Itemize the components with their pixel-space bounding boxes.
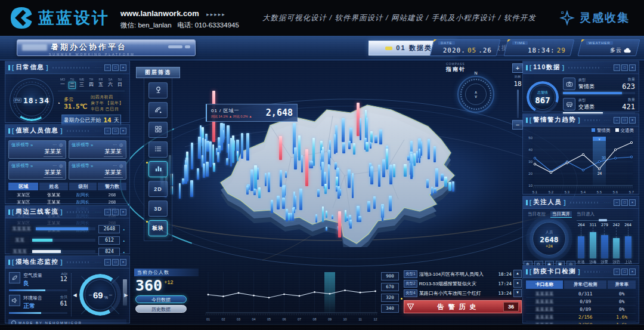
- expand-icon[interactable]: □: [112, 259, 119, 266]
- more-options-icon[interactable]: ⋯ ◎: [113, 164, 123, 168]
- expand-icon[interactable]: □: [112, 64, 119, 71]
- layer-btn-data-grid[interactable]: [148, 122, 168, 138]
- minimize-icon[interactable]: –: [614, 199, 620, 206]
- expand-icon[interactable]: □: [621, 64, 628, 71]
- weekday-cell[interactable]: TH四: [86, 78, 96, 89]
- layer-btn-pin[interactable]: [148, 82, 168, 98]
- alert-history-banner[interactable]: 告警历史 36: [404, 300, 522, 313]
- duty-leader-card[interactable]: 值班领导»⋯ ◎某某某: [8, 161, 66, 180]
- lunar-calendar: 闰四月初四 庚子年 【鼠年】 辛巳月 己巳日: [91, 94, 125, 112]
- minimize-icon[interactable]: –: [104, 259, 111, 266]
- duty-leader-card[interactable]: 值班领导»⋯ ◎某某某: [69, 161, 126, 180]
- collect-button[interactable]: 灵感收集: [559, 10, 630, 26]
- minimize-icon[interactable]: –: [614, 269, 620, 275]
- panel-controls: ····–□×: [604, 269, 636, 275]
- brand-url[interactable]: www.lanlanwork.com: [120, 9, 199, 18]
- brand-logo[interactable]: 蓝蓝设计: [10, 6, 110, 30]
- layer-btn-bar-chart[interactable]: [148, 161, 168, 177]
- speaker-icon: [9, 295, 20, 306]
- lunar-line: 辛巳月 己巳日: [91, 106, 123, 112]
- office-btn-today[interactable]: 今日数据: [135, 295, 187, 303]
- more-options-icon[interactable]: ⋯ ◎: [52, 164, 63, 168]
- card-top: 值班领导»⋯ ◎: [72, 142, 123, 148]
- flow-label: 某某: [10, 236, 29, 244]
- date-month: 05: [467, 47, 476, 54]
- alert-dot-icon[interactable]: ●: [513, 279, 522, 288]
- layer-btn-list[interactable]: [148, 141, 168, 158]
- minimize-icon[interactable]: –: [614, 117, 620, 124]
- close-icon[interactable]: ×: [629, 117, 636, 124]
- expand-icon[interactable]: □: [112, 209, 119, 215]
- weekday-cell[interactable]: TU二: [67, 78, 77, 89]
- duty-table-row[interactable]: 某某区张某某副局长268: [8, 192, 126, 199]
- minimize-icon[interactable]: –: [104, 209, 111, 215]
- alert-down-icon[interactable]: ▼: [513, 289, 522, 297]
- duty-leader-card[interactable]: 值班领导»⋯ ◎某某某: [8, 140, 66, 159]
- panel-dots: ····: [604, 270, 611, 273]
- minimize-icon[interactable]: –: [614, 64, 620, 71]
- zoom-out-button[interactable]: −: [512, 120, 523, 129]
- duty-table-header: 区域姓名级别警力数: [8, 183, 126, 190]
- map-3d[interactable]: [148, 80, 494, 247]
- panel-daily-info: [日常信息]····–□× PM 18:34 MO一TU二WE三TH四FR五SA…: [5, 61, 130, 123]
- layer-btn-blocks[interactable]: 板块: [148, 220, 168, 236]
- alert-row[interactable]: 类型1湿地3-104片区有不明人员闯入18:24▲: [404, 269, 522, 279]
- checkpoint-row[interactable]: 某某某某0/3110%: [526, 290, 636, 298]
- focus-bar-chart[interactable]: 264在逃311涉毒279涉黄242涉恐264上访: [574, 218, 635, 265]
- expand-icon[interactable]: □: [621, 117, 628, 124]
- close-icon[interactable]: ×: [120, 64, 126, 71]
- focus-tab-1[interactable]: 当日在控: [528, 211, 546, 218]
- trend-line-chart[interactable]: 5040302010∨30245.15.25.35.45.55.65.7: [527, 134, 635, 195]
- more-options-icon[interactable]: ⋯ ◎: [113, 143, 123, 147]
- weekday-cell[interactable]: WE三: [77, 78, 86, 89]
- focus-tab-3[interactable]: 当日进入: [577, 211, 595, 218]
- weekday-cell[interactable]: FR五: [96, 78, 106, 89]
- panel-title: 防疫卡口检测: [533, 267, 576, 276]
- arrow-left-icon[interactable]: ◀: [73, 292, 76, 298]
- checkpoint-row[interactable]: 某某某某2/1561.6%: [526, 314, 636, 322]
- brand-contact: www.lanlanwork.com ▸▸▸▸▸ 微信: ben_lanlan …: [120, 6, 239, 30]
- panel-checkpoint: [防疫卡口检测]····–□× 卡口名称异常/已检测异常率 某某某某0/3110…: [522, 265, 639, 323]
- office-btn-history[interactable]: 历史数据: [135, 305, 187, 313]
- bar-fill: [613, 238, 620, 258]
- close-icon[interactable]: ×: [629, 269, 636, 275]
- alarm-type-row: 类型交通类 数量421: [563, 97, 635, 115]
- duty-leader-card[interactable]: 值班领导»⋯ ◎某某某: [69, 140, 126, 159]
- duty-table-row[interactable]: 某某区王某某副局长268: [8, 199, 126, 206]
- expand-icon[interactable]: □: [621, 269, 628, 275]
- compass-dial[interactable]: N ∧∨: [457, 76, 494, 113]
- alert-row[interactable]: 类型2RD13-53烟感报警疑似火灾17:24●: [404, 279, 522, 288]
- minimize-icon[interactable]: –: [104, 128, 111, 134]
- close-icon[interactable]: ×: [120, 259, 126, 266]
- office-trend-chart[interactable]: 010203040506070809101112: [203, 267, 376, 325]
- legend-swatch: [615, 128, 619, 132]
- svg-text:5.3: 5.3: [565, 190, 570, 194]
- weekday-cell[interactable]: SA六: [106, 78, 115, 89]
- layer-btn-signal[interactable]: [148, 102, 168, 118]
- weekday-cell[interactable]: MO一: [58, 78, 67, 89]
- alert-up-icon[interactable]: ▲: [513, 270, 522, 278]
- layer-btn-2d[interactable]: 2D: [148, 181, 168, 197]
- more-options-icon[interactable]: ⋯ ◎: [52, 143, 63, 147]
- close-icon[interactable]: ×: [629, 199, 636, 206]
- slider-handle[interactable]: [123, 279, 127, 306]
- checkpoint-header-1[interactable]: 卡口名称: [526, 280, 563, 289]
- close-icon[interactable]: ×: [120, 209, 126, 215]
- close-icon[interactable]: ×: [120, 128, 126, 134]
- svg-text:03: 03: [237, 317, 240, 321]
- zoom-track[interactable]: [517, 90, 519, 118]
- leaf-icon: [9, 272, 20, 283]
- checkpoint-row[interactable]: 某某某某0/890%: [526, 298, 636, 306]
- minimize-icon[interactable]: –: [104, 64, 111, 71]
- noise-row: 环境噪音 正常 分贝 61: [9, 295, 67, 314]
- expand-icon[interactable]: □: [112, 128, 119, 134]
- slider-knob[interactable]: [599, 219, 607, 221]
- layer-btn-3d[interactable]: 3D: [148, 201, 168, 217]
- checkpoint-row[interactable]: 某某某某0/890%: [526, 306, 636, 313]
- zoom-in-button[interactable]: +: [512, 63, 523, 73]
- alert-row[interactable]: 类型4某路口有小汽车连闯三个红灯13:24▼: [404, 288, 522, 298]
- weekday-cell[interactable]: SU日: [115, 78, 125, 89]
- focus-tab-2[interactable]: 当日离开: [550, 211, 572, 218]
- expand-icon[interactable]: □: [621, 199, 628, 206]
- close-icon[interactable]: ×: [629, 64, 636, 71]
